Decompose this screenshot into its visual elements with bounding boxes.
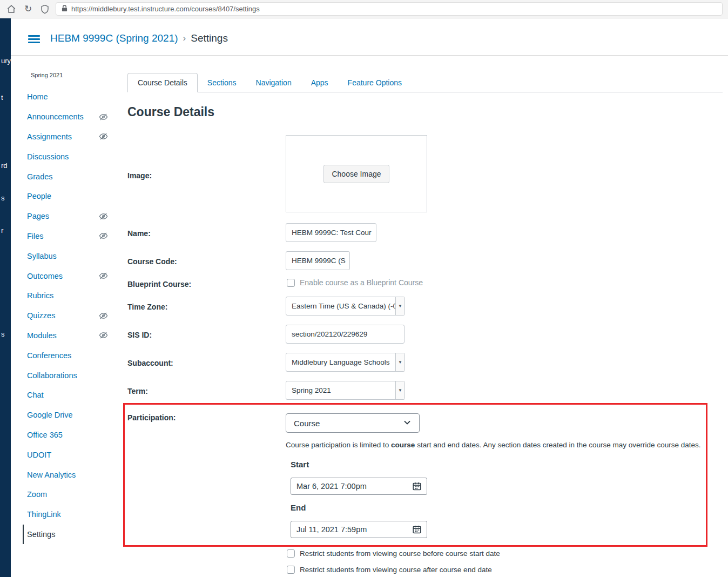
hidden-eye-icon [99, 112, 108, 122]
blueprint-checkbox[interactable] [287, 279, 295, 287]
course-code-label: Course Code: [127, 257, 177, 266]
sidebar-item-collaborations[interactable]: Collaborations [27, 365, 114, 385]
sidebar-term-label: Spring 2021 [31, 72, 63, 78]
sidebar-item-label: Home [27, 92, 48, 101]
breadcrumb-course-link[interactable]: HEBM 9999C (Spring 2021) [50, 32, 178, 44]
sidebar-item-announcements[interactable]: Announcements [27, 107, 114, 127]
sidebar-item-quizzes[interactable]: Quizzes [27, 306, 114, 326]
sidebar-item-label: Zoom [27, 490, 47, 499]
end-date-label: End [291, 503, 306, 512]
hidden-eye-icon [99, 311, 108, 320]
sidebar-item-office-365[interactable]: Office 365 [27, 425, 114, 445]
hamburger-menu-icon[interactable] [28, 35, 40, 43]
sidebar-item-rubrics[interactable]: Rubrics [27, 286, 114, 306]
term-select[interactable]: Spring 2021 ▼ [286, 381, 405, 400]
sidebar-item-pages[interactable]: Pages [27, 206, 114, 226]
sidebar-item-label: Quizzes [27, 311, 55, 320]
url-field[interactable]: https://middlebury.test.instructure.com/… [56, 2, 723, 16]
sidebar-item-label: New Analytics [27, 471, 76, 479]
breadcrumb-current-page: Settings [191, 32, 228, 44]
sis-id-label: SIS ID: [127, 331, 152, 339]
sidebar-item-files[interactable]: Files [27, 226, 114, 246]
sidebar-item-home[interactable]: Home [27, 87, 114, 107]
sidebar-item-people[interactable]: People [27, 186, 114, 206]
sidebar-item-outcomes[interactable]: Outcomes [27, 266, 114, 286]
subaccount-label: Subaccount: [127, 359, 173, 367]
global-nav-fragment: s [1, 331, 5, 338]
hidden-eye-icon [99, 132, 108, 141]
browser-chrome: ↻ https://middlebury.test.instructure.co… [0, 0, 728, 18]
tab-navigation[interactable]: Navigation [246, 73, 301, 92]
tab-feature-options[interactable]: Feature Options [338, 73, 412, 92]
chevron-down-icon [403, 418, 412, 428]
sidebar-item-google-drive[interactable]: Google Drive [27, 405, 114, 425]
hidden-eye-icon [99, 331, 108, 340]
global-nav-fragment: t [1, 94, 3, 101]
name-label: Name: [127, 229, 151, 238]
sidebar-item-label: Assignments [27, 132, 72, 141]
sidebar-item-settings[interactable]: Settings [23, 525, 114, 545]
sidebar-item-syllabus[interactable]: Syllabus [27, 246, 114, 266]
restrict-after-row: Restrict students from viewing course af… [287, 566, 492, 574]
sidebar-item-label: Settings [27, 530, 55, 539]
sidebar-item-label: Outcomes [27, 272, 63, 280]
restrict-after-checkbox[interactable] [287, 566, 295, 574]
course-image-dropzone[interactable]: Choose Image [286, 135, 427, 212]
time-zone-select[interactable]: Eastern Time (US & Canada) (-0 ▼ [286, 297, 405, 316]
sidebar-item-label: UDOIT [27, 451, 51, 459]
sidebar-item-label: Office 365 [27, 431, 63, 439]
tab-course-details[interactable]: Course Details [127, 73, 198, 92]
choose-image-button[interactable]: Choose Image [323, 165, 389, 183]
dropdown-arrow-icon: ▼ [395, 353, 405, 371]
sidebar-item-label: Syllabus [27, 252, 57, 260]
home-icon[interactable] [5, 3, 17, 15]
sidebar-item-label: Conferences [27, 351, 71, 360]
course-name-input[interactable]: HEBM 9999C: Test Cour [286, 223, 376, 242]
start-date-input[interactable]: Mar 6, 2021 7:00pm [291, 478, 427, 495]
restrict-before-checkbox[interactable] [287, 549, 295, 558]
refresh-icon[interactable]: ↻ [22, 3, 34, 15]
sidebar-item-label: Chat [27, 391, 44, 399]
page-title: Course Details [127, 105, 214, 119]
calendar-icon[interactable] [413, 525, 421, 534]
global-nav-strip: urytrdsrs [0, 18, 11, 577]
calendar-icon[interactable] [413, 482, 421, 491]
dropdown-arrow-icon: ▼ [395, 381, 405, 399]
end-date-input[interactable]: Jul 11, 2021 7:59pm [291, 521, 427, 538]
blueprint-label: Blueprint Course: [127, 280, 191, 288]
tab-apps[interactable]: Apps [301, 73, 338, 92]
dropdown-arrow-icon: ▼ [395, 297, 405, 315]
lock-icon [62, 5, 68, 14]
image-label: Image: [127, 171, 152, 180]
sidebar-item-assignments[interactable]: Assignments [27, 127, 114, 147]
subaccount-select[interactable]: Middlebury Language Schools ▼ [286, 353, 405, 372]
sidebar-item-thinglink[interactable]: ThingLink [27, 505, 114, 525]
sidebar-item-udoit[interactable]: UDOIT [27, 445, 114, 465]
sidebar-item-label: Discussions [27, 152, 69, 161]
sidebar-item-label: Rubrics [27, 291, 53, 300]
restrict-before-label: Restrict students from viewing course be… [300, 549, 500, 558]
sidebar-item-label: Grades [27, 172, 53, 181]
sidebar-item-grades[interactable]: Grades [27, 166, 114, 186]
participation-label: Participation: [127, 413, 176, 422]
course-navigation: HomeAnnouncementsAssignmentsDiscussionsG… [27, 87, 114, 544]
sidebar-item-zoom[interactable]: Zoom [27, 485, 114, 505]
sidebar-item-conferences[interactable]: Conferences [27, 345, 114, 365]
sidebar-item-chat[interactable]: Chat [27, 385, 114, 405]
sidebar-item-new-analytics[interactable]: New Analytics [27, 465, 114, 485]
course-code-input[interactable]: HEBM 9999C (S [286, 251, 350, 270]
sidebar-item-discussions[interactable]: Discussions [27, 146, 114, 166]
sidebar-item-label: Collaborations [27, 371, 77, 380]
sidebar-item-label: Files [27, 232, 44, 240]
url-text: https://middlebury.test.instructure.com/… [71, 5, 260, 13]
shield-icon[interactable] [39, 3, 51, 15]
sidebar-item-label: ThingLink [27, 510, 61, 519]
sis-id-input[interactable]: section/202120/229629 [286, 325, 405, 344]
participation-select[interactable]: Course [286, 413, 420, 433]
tab-sections[interactable]: Sections [198, 73, 246, 92]
time-zone-label: Time Zone: [127, 303, 167, 311]
hidden-eye-icon [99, 231, 108, 240]
breadcrumb: HEBM 9999C (Spring 2021) › Settings [50, 32, 228, 44]
blueprint-checkbox-row: Enable course as a Blueprint Course [287, 278, 423, 287]
sidebar-item-modules[interactable]: Modules [27, 326, 114, 346]
